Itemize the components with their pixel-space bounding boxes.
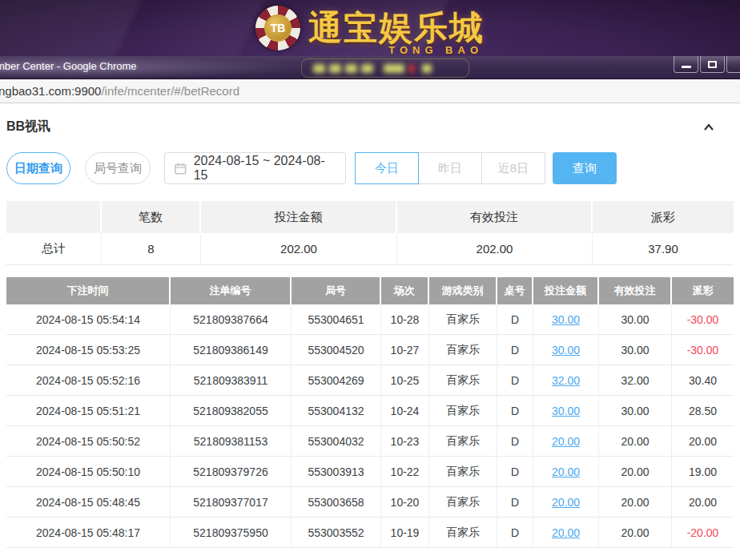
- cell-table-no: D: [497, 457, 533, 487]
- section-header: BB视讯: [6, 119, 734, 135]
- cell-round-no: 553004269: [292, 365, 381, 396]
- section-title: BB视讯: [6, 119, 50, 135]
- cell-payout: 30.40: [672, 365, 734, 396]
- bet-amount-link[interactable]: 20.00: [552, 465, 580, 478]
- cell-round-no: 553004132: [292, 396, 381, 426]
- table-row: 2024-08-15 05:51:21 521809382055 5530041…: [6, 396, 734, 426]
- cell-round-no: 553003552: [292, 518, 381, 548]
- cell-order-no: 521809382055: [171, 396, 292, 426]
- summary-header-valid: 有效投注: [397, 201, 593, 233]
- cell-valid-bet: 30.00: [599, 335, 672, 365]
- table-row: 2024-08-15 05:53:25 521809386149 5530045…: [6, 335, 734, 365]
- bet-amount-link[interactable]: 30.00: [552, 344, 580, 357]
- blurred-balance-badge: [301, 58, 469, 78]
- cell-bet-time: 2024-08-15 05:52:16: [6, 365, 171, 396]
- header-table-no: 桌号: [497, 277, 533, 304]
- minimize-icon: [682, 66, 691, 68]
- yesterday-button[interactable]: 昨日: [418, 152, 482, 184]
- cell-valid-bet: 32.00: [599, 365, 672, 396]
- date-range-picker[interactable]: 2024-08-15 ~ 2024-08-15: [164, 152, 346, 184]
- cell-valid-bet: 20.00: [599, 457, 672, 487]
- url-domain: ngbao31.com:9900: [0, 84, 101, 98]
- cell-order-no: 521809387664: [171, 304, 292, 335]
- filter-toolbar: 日期查询 局号查询 2024-08-15 ~ 2024-08-15 今日 昨日 …: [6, 152, 734, 184]
- cell-payout: -30.00: [672, 335, 734, 365]
- cell-payout: -30.00: [672, 304, 734, 335]
- summary-total-bet: 202.00: [201, 233, 397, 265]
- collapse-chevron-icon[interactable]: [703, 122, 714, 133]
- cell-valid-bet: 30.00: [599, 304, 672, 335]
- cell-order-no: 521809381153: [171, 426, 292, 457]
- cell-order-no: 521809379726: [171, 457, 292, 487]
- table-row: 2024-08-15 05:52:16 521809383911 5530042…: [6, 365, 734, 396]
- bet-amount-link[interactable]: 30.00: [552, 313, 580, 326]
- cell-bet-time: 2024-08-15 05:50:52: [6, 426, 171, 457]
- brand-name-cn: 通宝娱乐城: [308, 11, 485, 45]
- cell-bet-time: 2024-08-15 05:53:25: [6, 335, 171, 365]
- summary-total-valid: 202.00: [397, 233, 593, 265]
- today-button[interactable]: 今日: [355, 152, 419, 184]
- minimize-button[interactable]: [674, 56, 698, 73]
- cell-bet-amount: 30.00: [533, 335, 599, 365]
- blurred-text-blob: [361, 64, 373, 73]
- bet-amount-link[interactable]: 20.00: [552, 496, 580, 509]
- bet-table-header-row: 下注时间 注单编号 局号 场次 游戏类别 桌号 投注金额 有效投注 派彩: [6, 277, 734, 304]
- cell-table-no: D: [497, 304, 533, 335]
- page-content: BB视讯 日期查询 局号查询 2024-08-15 ~ 2024-08-15 今…: [0, 119, 740, 548]
- round-query-tab[interactable]: 局号查询: [85, 152, 151, 184]
- cell-valid-bet: 20.00: [599, 518, 672, 548]
- browser-titlebar: mber Center - Google Chrome: [0, 56, 740, 79]
- maximize-button[interactable]: [700, 56, 725, 73]
- cell-table-no: D: [497, 426, 533, 457]
- cell-bet-amount: 20.00: [533, 487, 599, 518]
- table-row: 2024-08-15 05:50:10 521809379726 5530039…: [6, 457, 734, 487]
- header-bet-amount: 投注金额: [533, 277, 599, 304]
- site-header: TB 通宝娱乐城 TONG BAO: [0, 0, 740, 56]
- address-bar[interactable]: ngbao31.com:9900/infe/mcenter/#/betRecor…: [0, 79, 740, 103]
- cell-bet-time: 2024-08-15 05:48:45: [6, 487, 171, 518]
- cell-bet-amount: 30.00: [533, 396, 599, 426]
- cell-game-type: 百家乐: [429, 457, 497, 487]
- blurred-text-blob: [422, 64, 432, 73]
- table-row: 2024-08-15 05:48:17 521809375950 5530035…: [6, 518, 734, 548]
- cell-round-no: 553004651: [292, 304, 381, 335]
- header-bet-time: 下注时间: [6, 277, 171, 304]
- search-button[interactable]: 查询: [553, 152, 617, 184]
- cell-game-type: 百家乐: [429, 518, 497, 548]
- cell-game-type: 百家乐: [429, 365, 497, 396]
- last-8-days-button[interactable]: 近8日: [481, 152, 545, 184]
- table-row: 2024-08-15 05:48:45 521809377017 5530036…: [6, 487, 734, 518]
- cell-bet-time: 2024-08-15 05:51:21: [6, 396, 171, 426]
- cell-order-no: 521809383911: [171, 365, 292, 396]
- summary-table: 笔数 投注金额 有效投注 派彩 总计 8 202.00 202.00 37.90: [6, 201, 734, 265]
- cell-payout: 28.50: [672, 396, 734, 426]
- close-button[interactable]: [726, 56, 740, 73]
- bet-amount-link[interactable]: 30.00: [552, 405, 580, 417]
- summary-total-row: 总计 8 202.00 202.00 37.90: [6, 233, 734, 265]
- cell-round-no: 553003658: [292, 487, 381, 518]
- date-range-value: 2024-08-15 ~ 2024-08-15: [194, 154, 336, 183]
- cell-session: 10-19: [381, 518, 429, 548]
- cell-bet-amount: 20.00: [533, 457, 599, 487]
- summary-header-row: 笔数 投注金额 有效投注 派彩: [6, 201, 734, 233]
- cell-bet-amount: 20.00: [533, 518, 599, 548]
- bet-amount-link[interactable]: 20.00: [552, 526, 580, 539]
- cell-valid-bet: 20.00: [599, 487, 672, 518]
- chip-monogram: TB: [264, 14, 292, 42]
- bet-records-table: 下注时间 注单编号 局号 场次 游戏类别 桌号 投注金额 有效投注 派彩 202…: [6, 277, 734, 548]
- bet-amount-link[interactable]: 32.00: [552, 374, 580, 387]
- cell-round-no: 553004520: [292, 335, 381, 365]
- bet-amount-link[interactable]: 20.00: [552, 435, 580, 448]
- cell-game-type: 百家乐: [429, 335, 497, 365]
- cell-payout: 19.00: [672, 457, 734, 487]
- blurred-text-blob: [384, 64, 404, 73]
- cell-order-no: 521809386149: [171, 335, 292, 365]
- cell-session: 10-20: [381, 487, 429, 518]
- calendar-icon: [175, 163, 187, 175]
- date-query-tab[interactable]: 日期查询: [6, 152, 70, 184]
- cell-payout: -20.00: [672, 518, 734, 548]
- cell-round-no: 553004032: [292, 426, 381, 457]
- bet-table-body: 2024-08-15 05:54:14 521809387664 5530046…: [6, 304, 734, 548]
- cell-session: 10-24: [381, 396, 429, 426]
- cell-game-type: 百家乐: [429, 396, 497, 426]
